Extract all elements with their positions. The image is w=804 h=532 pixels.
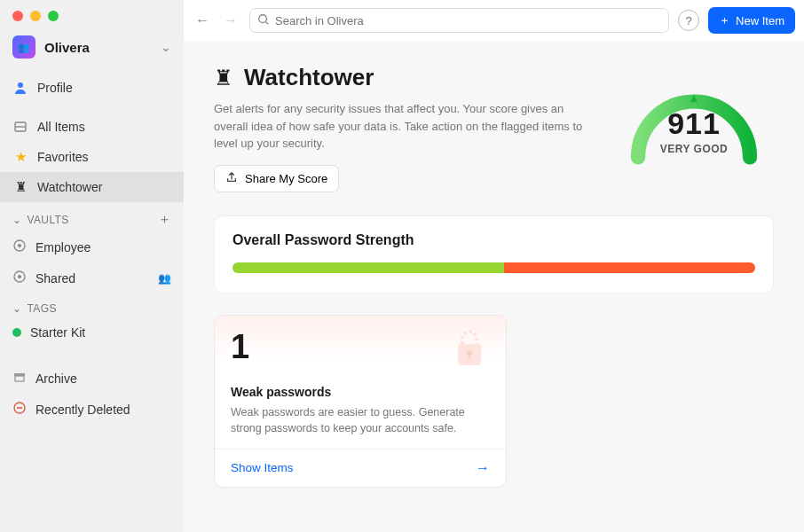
nav-favorites[interactable]: ★ Favorites bbox=[0, 142, 184, 172]
show-items-button[interactable]: Show Items → bbox=[215, 449, 506, 487]
avatar: 👥 bbox=[12, 35, 35, 59]
gauge-pointer-icon: ▲ bbox=[614, 90, 774, 105]
chevron-down-icon[interactable]: ⌄ bbox=[12, 214, 21, 226]
primary-nav: Profile All Items ★ Favorites ♜ Watchtow… bbox=[0, 73, 184, 202]
search-input[interactable] bbox=[275, 14, 661, 27]
issue-title: Weak passwords bbox=[231, 385, 490, 399]
person-icon bbox=[12, 80, 28, 96]
vault-name: Employee bbox=[35, 240, 91, 254]
chevron-down-icon: ⌄ bbox=[161, 40, 171, 54]
show-items-label: Show Items bbox=[231, 461, 294, 474]
watchtower-icon: ♜ bbox=[214, 66, 233, 90]
issues-row: 1 Weak passwords Weak passwords are easi… bbox=[214, 315, 774, 488]
share-score-button[interactable]: Share My Score bbox=[214, 165, 339, 192]
nav-watchtower[interactable]: ♜ Watchtower bbox=[0, 172, 184, 202]
star-icon: ★ bbox=[12, 149, 28, 165]
svg-point-6 bbox=[18, 275, 21, 278]
page-title: Watchtower bbox=[244, 64, 374, 91]
add-vault-button[interactable]: ＋ bbox=[158, 211, 171, 228]
nav-label: Archive bbox=[35, 372, 77, 386]
strength-bar bbox=[233, 262, 755, 273]
svg-rect-8 bbox=[15, 376, 24, 381]
nav-label: Profile bbox=[37, 81, 73, 95]
nav-all-items[interactable]: All Items bbox=[0, 112, 184, 142]
arrow-right-icon: → bbox=[476, 460, 490, 476]
new-item-button[interactable]: ＋ New Item bbox=[708, 7, 795, 34]
page-subtitle: Get alerts for any security issues that … bbox=[214, 100, 593, 153]
back-button[interactable]: ← bbox=[193, 11, 212, 30]
share-icon bbox=[225, 171, 238, 186]
search-field[interactable] bbox=[249, 8, 669, 33]
issue-card-weak-passwords: 1 Weak passwords Weak passwords are easi… bbox=[214, 315, 507, 488]
vault-item-shared[interactable]: Shared 👥 bbox=[0, 262, 184, 293]
help-button[interactable]: ? bbox=[678, 10, 699, 31]
nav-label: Watchtower bbox=[37, 180, 102, 194]
window-controls bbox=[0, 0, 184, 30]
new-item-label: New Item bbox=[736, 14, 784, 27]
window-minimize-button[interactable] bbox=[30, 11, 41, 21]
vault-name: Shared bbox=[35, 271, 75, 286]
nav-archive[interactable]: Archive bbox=[0, 363, 184, 394]
section-label: TAGS bbox=[27, 302, 56, 315]
tower-icon: ♜ bbox=[12, 179, 28, 195]
issue-description: Weak passwords are easier to guess. Gene… bbox=[231, 404, 490, 436]
tag-item[interactable]: Starter Kit bbox=[0, 318, 184, 347]
search-icon bbox=[257, 13, 270, 28]
security-score-value: 911 bbox=[614, 106, 774, 141]
account-switcher[interactable]: 👥 Olivera ⌄ bbox=[0, 30, 184, 67]
nav-label: All Items bbox=[37, 120, 85, 134]
window-close-button[interactable] bbox=[12, 11, 23, 21]
lock-icon bbox=[449, 325, 490, 373]
vault-icon bbox=[12, 270, 27, 286]
vault-icon bbox=[12, 239, 27, 255]
nav-recently-deleted[interactable]: Recently Deleted bbox=[0, 394, 184, 425]
svg-point-4 bbox=[18, 244, 21, 247]
topbar: ← → ? ＋ New Item bbox=[184, 0, 804, 41]
svg-point-11 bbox=[259, 14, 267, 22]
shared-indicator-icon: 👥 bbox=[158, 272, 171, 285]
svg-point-0 bbox=[18, 82, 23, 88]
strength-good-segment bbox=[233, 262, 504, 273]
tag-color-dot bbox=[12, 328, 21, 337]
account-name: Olivera bbox=[44, 40, 152, 55]
tag-name: Starter Kit bbox=[30, 325, 85, 340]
drawer-icon bbox=[12, 119, 28, 135]
strength-title: Overall Password Strength bbox=[233, 232, 755, 248]
svg-line-12 bbox=[266, 21, 269, 24]
tags-section-header: ⌄ TAGS bbox=[0, 293, 184, 318]
svg-rect-15 bbox=[469, 354, 471, 359]
content: ♜ Watchtower Get alerts for any security… bbox=[184, 41, 804, 532]
share-score-label: Share My Score bbox=[245, 172, 327, 185]
archive-icon bbox=[12, 370, 27, 387]
security-score-label: VERY GOOD bbox=[614, 143, 774, 155]
chevron-down-icon[interactable]: ⌄ bbox=[12, 302, 21, 315]
vaults-section-header: ⌄ VAULTS ＋ bbox=[0, 202, 184, 231]
plus-icon: ＋ bbox=[719, 12, 730, 28]
password-strength-card: Overall Password Strength bbox=[214, 215, 774, 293]
section-label: VAULTS bbox=[27, 214, 68, 226]
recently-deleted-icon bbox=[12, 401, 27, 418]
sidebar: 👥 Olivera ⌄ Profile All Items ★ Favorite… bbox=[0, 0, 184, 532]
nav-label: Recently Deleted bbox=[35, 403, 130, 417]
nav-profile[interactable]: Profile bbox=[0, 73, 184, 103]
strength-bad-segment bbox=[504, 262, 755, 273]
security-score-gauge: ▲ 911 VERY GOOD bbox=[614, 64, 774, 179]
main-area: ← → ? ＋ New Item ♜ Watchtower Get alerts… bbox=[184, 0, 804, 532]
window-maximize-button[interactable] bbox=[48, 11, 59, 21]
vault-item-employee[interactable]: Employee bbox=[0, 231, 184, 262]
nav-label: Favorites bbox=[37, 150, 89, 164]
forward-button[interactable]: → bbox=[221, 11, 240, 30]
